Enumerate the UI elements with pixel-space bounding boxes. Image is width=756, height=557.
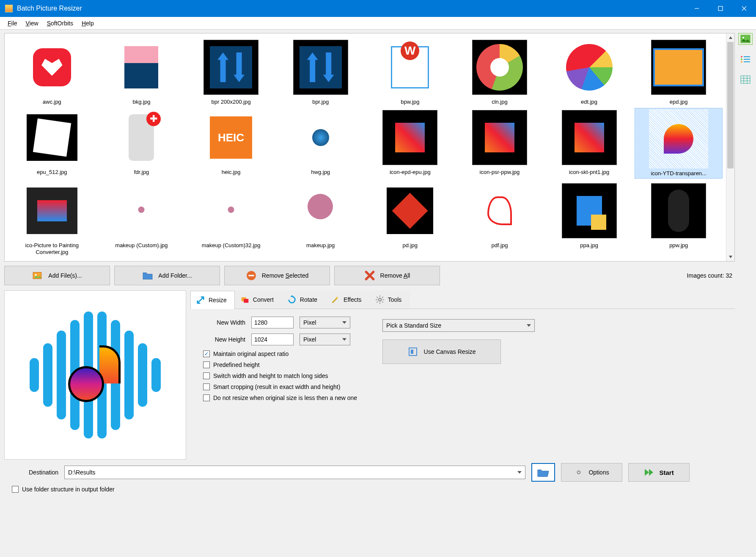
thumbnail-label: heic.jpg [222,167,241,176]
thumbnail-item[interactable]: epu_512.jpg [8,108,96,178]
thumbnail-grid[interactable]: awc.jpg bkg.jpg bpr 200x200.jpg bpr.jpg … [5,33,726,261]
maximize-button[interactable] [709,0,732,17]
thumbnail-item[interactable]: makeup (Custom)32.jpg [187,181,275,256]
use-folder-structure-checkbox[interactable]: Use folder structure in output folder [12,486,731,493]
svg-rect-14 [382,297,383,298]
thumbnail-item[interactable]: epd.jpg [635,38,723,105]
thumbnail-item[interactable]: makeup (Custom).jpg [98,181,186,256]
options-button[interactable]: Options [561,463,622,482]
view-list-button[interactable] [738,53,753,65]
remove-selected-label: Remove Selected [262,272,309,279]
width-unit-select[interactable]: Pixel [300,317,350,328]
app-icon [5,5,13,12]
thumbnail-pane: awc.jpg bkg.jpg bpr 200x200.jpg bpr.jpg … [4,33,735,262]
thumbnail-label: edt.jpg [581,97,597,105]
svg-rect-13 [382,301,383,303]
svg-rect-6 [244,299,248,303]
aspect-ratio-checkbox[interactable]: ✓Maintain original aspect ratio [203,350,357,357]
browse-destination-button[interactable] [531,463,555,482]
svg-rect-29 [741,76,750,83]
view-details-button[interactable] [738,74,753,85]
thumbnail-item[interactable]: ppw.jpg [635,181,723,256]
thumbnail-label: icon-YTD-transparen... [651,168,707,177]
image-add-icon [32,270,43,281]
thumbnail-item[interactable]: awc.jpg [8,38,96,105]
thumbnail-item[interactable]: bpr 200x200.jpg [187,38,275,105]
scroll-down-icon[interactable] [726,253,734,261]
thumbnail-item[interactable]: makeup.jpg [277,181,365,256]
thumbnail-item[interactable]: pd.jpg [366,181,454,256]
thumbnail-label: cln.jpg [492,97,508,105]
add-files-button[interactable]: Add File(s)... [4,266,110,285]
thumbnail-label: makeup.jpg [306,240,335,249]
canvas-resize-button[interactable]: Use Canvas Resize [382,339,501,364]
minimize-button[interactable] [685,0,709,17]
thumbnails-icon [740,35,751,43]
view-thumbnails-button[interactable] [738,33,753,45]
new-height-input[interactable] [251,334,294,345]
thumbnail-item[interactable]: icon-epd-epu.jpg [366,108,454,178]
menu-view[interactable]: View [22,18,43,28]
thumbnail-label: icon-epd-epu.jpg [390,167,431,176]
folder-icon [142,270,153,281]
thumbnail-item[interactable]: HEICheic.jpg [187,108,275,178]
folder-open-icon [537,467,550,477]
thumbnail-label: awc.jpg [43,97,61,105]
thumbnail-item[interactable]: bpr.jpg [277,38,365,105]
close-button[interactable] [732,0,756,17]
remove-icon [246,270,257,281]
thumbnail-label: bpw.jpg [401,97,419,105]
remove-all-button[interactable]: Remove All [334,266,440,285]
remove-selected-button[interactable]: Remove Selected [224,266,330,285]
thumbnail-label: fdr.jpg [134,167,149,176]
thumbnail-item[interactable]: bpw.jpg [366,38,454,105]
no-upscale-checkbox[interactable]: Do not resize when original size is less… [203,394,357,401]
tab-resize[interactable]: Resize [190,291,235,309]
new-width-input[interactable] [251,317,294,328]
tabstrip: Resize Convert Rotate Effects [190,290,735,309]
menu-help[interactable]: Help [77,18,98,28]
smart-cropping-checkbox[interactable]: Smart cropping (result in exact width an… [203,383,357,390]
thumbnail-item[interactable]: bkg.jpg [98,38,186,105]
tab-convert[interactable]: Convert [235,290,282,309]
tab-tools[interactable]: Tools [370,290,410,309]
thumbnail-label: makeup (Custom).jpg [115,240,168,249]
add-folder-button[interactable]: Add Folder... [114,266,220,285]
thumbnail-item[interactable]: ppa.jpg [545,181,633,256]
thumbnail-item[interactable]: hwg.jpg [277,108,365,178]
scroll-up-icon[interactable] [726,33,734,42]
thumbnail-item[interactable]: pdf.jpg [456,181,544,256]
standard-size-select[interactable]: Pick a Standard Size [382,319,535,332]
svg-rect-4 [248,275,254,276]
height-unit-select[interactable]: Pixel [300,334,350,345]
rotate-icon [287,295,297,304]
thumbnail-item[interactable]: ico-Picture to Painting Converter.jpg [8,181,96,256]
thumbnail-label: ppw.jpg [669,240,688,249]
thumbnail-label: icon-psr-ppw.jpg [480,167,520,176]
thumbnail-item[interactable]: edt.jpg [545,38,633,105]
svg-rect-9 [379,302,380,304]
delete-x-icon [364,270,375,281]
thumbnail-item[interactable]: icon-skt-pnt1.jpg [545,108,633,178]
menu-softorbits[interactable]: SoftOrbits [43,18,77,28]
grid-table-icon [740,75,751,84]
thumbnail-item[interactable]: fdr.jpg [98,108,186,178]
svg-point-20 [578,472,580,473]
predefined-height-checkbox[interactable]: Predefined height [203,361,357,368]
destination-combobox[interactable]: D:\Results [64,466,525,479]
thumbnail-scrollbar[interactable] [726,33,734,261]
thumbnail-item[interactable]: icon-psr-ppw.jpg [456,108,544,178]
start-button[interactable]: Start [628,463,690,482]
thumbnail-item-selected[interactable]: icon-YTD-transparen... [635,108,723,178]
tab-rotate[interactable]: Rotate [282,290,325,309]
switch-sides-checkbox[interactable]: Switch width and height to match long si… [203,372,357,379]
svg-point-25 [741,58,742,60]
scrollbar-thumb[interactable] [727,42,734,168]
svg-rect-24 [744,56,750,57]
thumbnail-item[interactable]: cln.jpg [456,38,544,105]
add-folder-label: Add Folder... [158,272,192,279]
svg-rect-8 [379,295,380,297]
menu-file[interactable]: File [3,18,22,28]
tab-effects[interactable]: Effects [325,290,370,309]
svg-point-23 [741,56,742,58]
